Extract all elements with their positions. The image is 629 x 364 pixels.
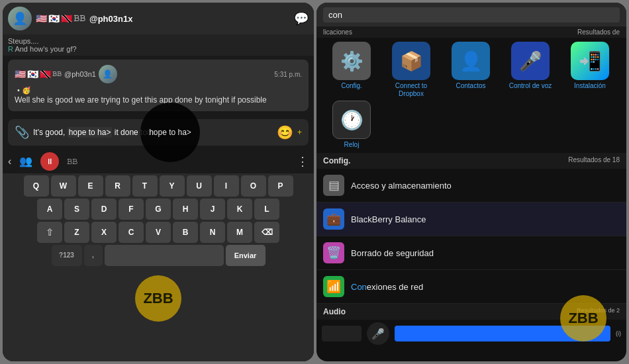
- config-title: Config.: [323, 156, 350, 165]
- app-label-voice: Control de voz: [509, 82, 552, 90]
- key-Q[interactable]: Q: [24, 175, 49, 197]
- keyboard: Q W E R T Y U I O P A S D F G H: [3, 173, 314, 361]
- config-icon-security: 🗑️: [323, 242, 344, 263]
- bb-hub-icon[interactable]: 𝙱𝙱: [67, 157, 77, 166]
- key-I[interactable]: I: [214, 175, 239, 197]
- key-A[interactable]: A: [37, 199, 62, 220]
- key-P[interactable]: P: [268, 175, 293, 197]
- message-preview-icon: R: [8, 45, 13, 53]
- more-options-icon[interactable]: ⋮: [297, 154, 309, 169]
- attach-icon[interactable]: 📎: [15, 125, 29, 140]
- zbb-watermark-left: ZBB: [135, 275, 181, 322]
- app-icon-clock: 🕐: [332, 101, 371, 139]
- config-item-label-balance: BlackBerry Balance: [351, 214, 426, 224]
- key-send[interactable]: Enviar: [226, 245, 266, 266]
- key-shift[interactable]: ⇧: [37, 222, 62, 243]
- key-Z[interactable]: Z: [64, 222, 89, 243]
- app-grid: ⚙️ Config. 📦 Connect to Dropbox 👤 Contac…: [316, 38, 626, 153]
- key-E[interactable]: E: [78, 175, 103, 197]
- app-item-dropbox[interactable]: 📦 Connect to Dropbox: [383, 42, 440, 98]
- app-item-config[interactable]: ⚙️ Config.: [323, 42, 380, 98]
- app-icon-contacts: 👤: [452, 42, 490, 80]
- app-item-install[interactable]: 📲 Instalación: [561, 42, 618, 98]
- key-R[interactable]: R: [105, 175, 130, 197]
- key-G[interactable]: G: [146, 199, 171, 220]
- key-O[interactable]: O: [241, 175, 266, 197]
- flag-us: 🇺🇸: [36, 13, 47, 24]
- app-label-config: Config.: [341, 82, 362, 90]
- config-item-label-storage: Acceso y almacenamiento: [351, 181, 452, 191]
- config-section-header: Config. Resultados de 18: [316, 153, 626, 169]
- avatar: 👤: [8, 7, 32, 30]
- key-W[interactable]: W: [51, 175, 76, 197]
- search-bar: con: [316, 3, 626, 26]
- config-item-security[interactable]: 🗑️ Borrado de seguridad: [316, 236, 626, 270]
- key-V[interactable]: V: [146, 222, 171, 243]
- key-N[interactable]: N: [200, 222, 225, 243]
- key-D[interactable]: D: [91, 199, 117, 220]
- msg-bullet: • 🥳: [17, 86, 302, 95]
- config-icon-network: 📶: [323, 276, 344, 297]
- key-Y[interactable]: Y: [160, 175, 185, 197]
- key-U[interactable]: U: [187, 175, 212, 197]
- key-space[interactable]: [105, 245, 224, 266]
- emoji-plus-icon[interactable]: +: [297, 128, 302, 137]
- keyboard-row-4: ?123 , Enviar: [4, 245, 313, 266]
- config-item-label-network: Conexiones de red: [351, 282, 423, 292]
- key-J[interactable]: J: [200, 199, 225, 220]
- key-123[interactable]: ?123: [52, 245, 82, 266]
- msg-sender: @ph03n1: [64, 70, 96, 78]
- key-B[interactable]: B: [173, 222, 198, 243]
- contacts-icon[interactable]: 👥: [19, 155, 32, 167]
- app-label-install: Instalación: [574, 82, 606, 90]
- app-item-contacts[interactable]: 👤 Contactos: [442, 42, 499, 98]
- mic-button[interactable]: 🎤: [367, 322, 389, 345]
- key-X[interactable]: X: [91, 222, 117, 243]
- config-item-label-security: Borrado de seguridad: [351, 248, 434, 258]
- message-bubble: 🇺🇸 🇰🇷 🇹🇹 𝙱𝙱 @ph03n1 👤 5:31 p.m. • 🥳 Well…: [8, 60, 309, 111]
- key-comma[interactable]: ,: [84, 245, 103, 266]
- app-label-contacts: Contactos: [456, 82, 485, 90]
- key-C[interactable]: C: [119, 222, 144, 243]
- app-icon-install: 📲: [571, 42, 609, 80]
- keyboard-row-3: ⇧ Z X C V B N M ⌫: [4, 222, 313, 243]
- applications-header: licaciones Resultados de: [316, 26, 626, 38]
- applications-label: licaciones: [323, 28, 352, 36]
- key-S[interactable]: S: [64, 199, 89, 220]
- key-F[interactable]: F: [119, 199, 144, 220]
- keyboard-row-1: Q W E R T Y U I O P: [4, 175, 313, 197]
- config-icon-balance: 💼: [323, 208, 344, 230]
- chat-username: @ph03n1x: [89, 14, 290, 24]
- flag-tt: 🇹🇹: [61, 13, 72, 24]
- app-icon-config: ⚙️: [332, 42, 371, 80]
- key-T[interactable]: T: [132, 175, 158, 197]
- emoji-icon[interactable]: 😊: [277, 124, 293, 140]
- record-button[interactable]: ⏸: [40, 152, 59, 171]
- app-item-voice[interactable]: 🎤 Control de voz: [502, 42, 559, 98]
- key-L[interactable]: L: [254, 199, 279, 220]
- app-icon-voice: 🎤: [511, 42, 550, 80]
- config-item-balance[interactable]: 💼 BlackBerry Balance: [316, 203, 626, 236]
- key-H[interactable]: H: [173, 199, 198, 220]
- screen-container: 👤 🇺🇸 🇰🇷 🇹🇹 𝙱𝙱 @ph03n1x 💬 Steups.... R An…: [0, 0, 629, 364]
- audio-title: Audio: [323, 307, 346, 316]
- key-backspace[interactable]: ⌫: [254, 222, 279, 243]
- zoom-overlay: hope to ha>: [140, 103, 200, 162]
- search-input[interactable]: con: [323, 7, 620, 23]
- mic-bar-left: [322, 326, 362, 341]
- chat-bubble-icon[interactable]: 💬: [294, 11, 309, 26]
- app-item-clock[interactable]: 🕐 Reloj: [323, 101, 380, 149]
- app-icon-dropbox: 📦: [392, 42, 430, 80]
- blackberry-icon: 𝙱𝙱: [73, 13, 85, 24]
- key-K[interactable]: K: [227, 199, 252, 220]
- config-results-label: Resultados de 18: [568, 156, 620, 165]
- header-flags: 🇺🇸 🇰🇷 🇹🇹 𝙱𝙱: [36, 13, 85, 24]
- msg-avatar: 👤: [99, 65, 117, 83]
- flag-kr: 🇰🇷: [48, 13, 60, 24]
- key-M[interactable]: M: [227, 222, 252, 243]
- back-button[interactable]: ‹: [8, 156, 11, 167]
- input-container: 📎 It's good, hope to ha> it done toda 😊 …: [3, 116, 314, 148]
- config-item-storage[interactable]: ▤ Acceso y almacenamiento: [316, 169, 626, 203]
- keyboard-row-2: A S D F G H J K L: [4, 199, 313, 220]
- chat-status: Steups.... R And how's your gf?: [3, 34, 314, 56]
